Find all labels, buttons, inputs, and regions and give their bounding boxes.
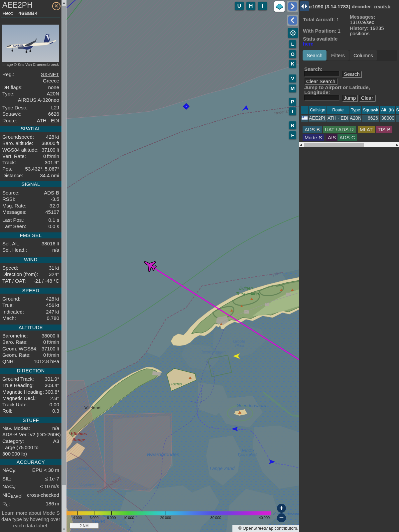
svg-text:Jacobsruggen: Jacobsruggen — [200, 350, 226, 354]
svg-text:Duinen: Duinen — [239, 286, 253, 291]
svg-text:Hendrik: Hendrik — [242, 448, 254, 452]
svg-text:Waardgronden: Waardgronden — [147, 452, 180, 457]
svg-text:Kornwerderzand: Kornwerderzand — [273, 512, 299, 516]
svg-text:Range: Range — [72, 437, 85, 442]
svg-text:Richel: Richel — [171, 382, 182, 386]
svg-text:Plaat: Plaat — [235, 343, 244, 348]
svg-text:Vlieland: Vlieland — [84, 405, 100, 410]
svg-text:Terschelling: Terschelling — [236, 291, 259, 296]
svg-text:Tjaars-plaat: Tjaars-plaat — [237, 453, 257, 457]
svg-text:Groote: Groote — [233, 339, 245, 344]
svg-text:Vliehors: Vliehors — [70, 431, 87, 436]
svg-text:Lange Zand: Lange Zand — [210, 466, 235, 471]
svg-text:Vogelzwin: Vogelzwin — [79, 482, 96, 486]
svg-text:Grienderwaard: Grienderwaard — [236, 403, 266, 408]
svg-text:Hengst: Hengst — [77, 466, 89, 470]
